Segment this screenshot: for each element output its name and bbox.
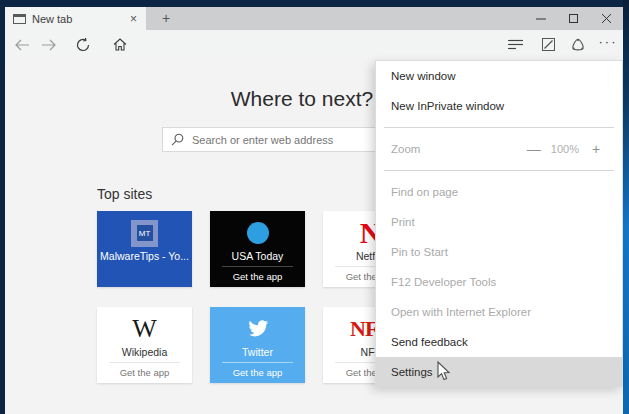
back-icon (14, 39, 30, 51)
refresh-button[interactable] (69, 30, 97, 59)
malwaretips-logo: MT (97, 216, 192, 250)
hub-button[interactable] (501, 30, 529, 59)
more-actions-menu: New window New InPrivate window Zoom — 1… (375, 60, 623, 386)
tile-label: USA Today (210, 250, 305, 262)
get-the-app-link[interactable]: Get the app (210, 271, 305, 282)
tab-new-tab[interactable]: New tab × (5, 7, 146, 30)
zoom-in-button[interactable]: + (585, 141, 607, 157)
menu-item-find-on-page: Find on page (376, 177, 622, 207)
window-controls (524, 7, 623, 30)
menu-item-new-window[interactable]: New window (376, 61, 622, 91)
hub-icon (508, 39, 523, 50)
close-icon (602, 14, 611, 23)
menu-item-print: Print (376, 207, 622, 237)
forward-icon (41, 39, 57, 51)
menu-item-zoom: Zoom — 100% + (376, 134, 622, 164)
tab-page-icon (13, 14, 26, 24)
minimize-button[interactable] (524, 7, 557, 30)
web-note-icon (542, 38, 555, 51)
forward-button[interactable] (35, 30, 63, 59)
tab-bar: New tab × + (5, 7, 623, 30)
desktop-background: New tab × + (0, 0, 629, 414)
close-button[interactable] (590, 7, 623, 30)
browser-toolbar: ··· (5, 30, 623, 59)
menu-divider (384, 170, 614, 171)
more-actions-icon: ··· (599, 34, 618, 55)
top-site-tile-wikipedia[interactable]: W Wikipedia Get the app (97, 307, 192, 383)
share-button[interactable] (564, 30, 592, 59)
top-site-tile-malwaretips[interactable]: MT MalwareTips - Yo... (97, 211, 192, 287)
zoom-level-value: 100% (551, 143, 579, 155)
top-site-tile-twitter[interactable]: Twitter Get the app (210, 307, 305, 383)
menu-item-open-with-internet-explorer: Open with Internet Explorer (376, 297, 622, 327)
home-icon (113, 38, 127, 51)
tab-title: New tab (32, 13, 127, 25)
wikipedia-logo: W (97, 312, 192, 346)
new-tab-button[interactable]: + (155, 7, 177, 30)
menu-item-settings[interactable]: Settings (376, 357, 622, 387)
maximize-button[interactable] (557, 7, 590, 30)
tile-divider (222, 362, 293, 363)
back-button[interactable] (8, 30, 36, 59)
tab-close-icon[interactable]: × (127, 12, 140, 26)
edge-browser-window: New tab × + (5, 7, 623, 414)
menu-item-new-inprivate-window[interactable]: New InPrivate window (376, 91, 622, 121)
home-button[interactable] (106, 30, 134, 59)
menu-item-f12-developer-tools: F12 Developer Tools (376, 267, 622, 297)
desktop-wallpaper-strip (623, 0, 629, 414)
share-icon (571, 38, 585, 51)
twitter-bird-icon (210, 312, 305, 346)
tile-divider (109, 362, 180, 363)
search-icon (171, 133, 184, 146)
tile-label: Twitter (210, 346, 305, 358)
get-the-app-link[interactable]: Get the app (210, 367, 305, 378)
usatoday-logo (210, 216, 305, 250)
refresh-icon (76, 38, 90, 52)
top-sites-title: Top sites (97, 186, 152, 202)
maximize-icon (569, 14, 578, 23)
tile-label: Wikipedia (97, 346, 192, 358)
menu-item-pin-to-start: Pin to Start (376, 237, 622, 267)
get-the-app-link[interactable]: Get the app (97, 367, 192, 378)
more-actions-button[interactable]: ··· (594, 30, 622, 59)
mouse-cursor (437, 361, 452, 382)
minimize-icon (536, 14, 546, 24)
tile-divider (222, 266, 293, 267)
tile-label: MalwareTips - Yo... (97, 250, 192, 262)
web-note-button[interactable] (534, 30, 562, 59)
zoom-out-button[interactable]: — (523, 141, 545, 157)
menu-item-send-feedback[interactable]: Send feedback (376, 327, 622, 357)
top-site-tile-usatoday[interactable]: USA Today Get the app (210, 211, 305, 287)
menu-divider (384, 127, 614, 128)
